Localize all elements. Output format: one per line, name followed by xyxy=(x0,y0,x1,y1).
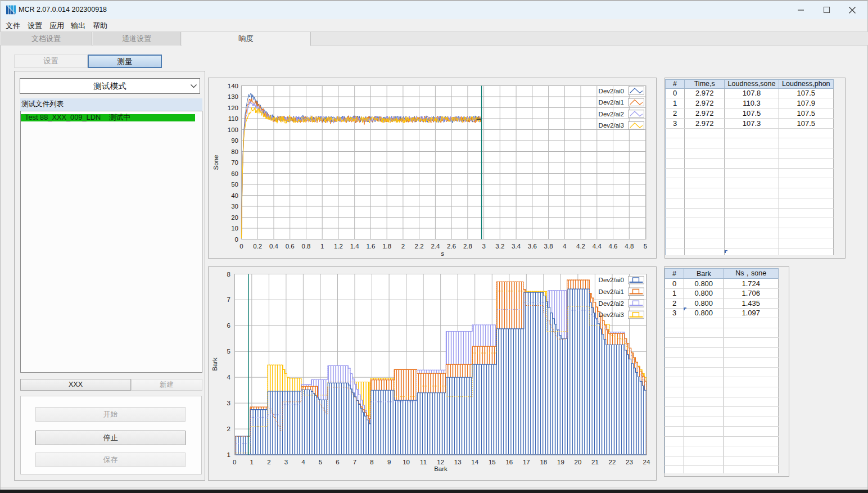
svg-text:18: 18 xyxy=(540,459,547,465)
svg-text:70: 70 xyxy=(231,159,238,166)
svg-text:Bark: Bark xyxy=(434,465,447,472)
svg-text:21: 21 xyxy=(591,459,599,465)
svg-text:3: 3 xyxy=(284,459,288,465)
svg-text:17: 17 xyxy=(523,459,530,465)
svg-text:Dev2/ai2: Dev2/ai2 xyxy=(599,111,624,117)
svg-text:12: 12 xyxy=(437,459,444,465)
svg-text:20: 20 xyxy=(575,459,582,465)
svg-text:1.4: 1.4 xyxy=(350,243,360,250)
svg-text:1: 1 xyxy=(320,243,324,250)
svg-text:1: 1 xyxy=(250,459,254,465)
svg-text:Dev2/ai1: Dev2/ai1 xyxy=(599,99,624,106)
svg-text:6: 6 xyxy=(227,322,230,329)
svg-text:Dev2/ai3: Dev2/ai3 xyxy=(599,311,624,318)
svg-text:2.6: 2.6 xyxy=(447,243,456,250)
svg-text:2.4: 2.4 xyxy=(431,243,440,250)
svg-text:10: 10 xyxy=(403,459,410,465)
svg-text:2.8: 2.8 xyxy=(463,243,472,250)
svg-text:40: 40 xyxy=(231,192,238,199)
svg-text:130: 130 xyxy=(228,93,238,100)
svg-text:5: 5 xyxy=(644,243,647,250)
svg-text:2: 2 xyxy=(227,426,230,432)
svg-text:13: 13 xyxy=(454,459,462,465)
svg-text:2: 2 xyxy=(401,243,405,250)
svg-text:1.6: 1.6 xyxy=(366,243,375,250)
svg-text:4.6: 4.6 xyxy=(609,243,618,250)
svg-text:0.2: 0.2 xyxy=(253,243,262,250)
svg-text:Dev2/ai3: Dev2/ai3 xyxy=(599,122,624,129)
svg-text:3.4: 3.4 xyxy=(512,243,521,250)
svg-text:80: 80 xyxy=(231,148,238,155)
svg-text:60: 60 xyxy=(231,170,238,177)
svg-text:4: 4 xyxy=(227,374,231,381)
svg-text:Dev2/ai0: Dev2/ai0 xyxy=(599,277,624,283)
svg-text:0.8: 0.8 xyxy=(302,243,311,250)
svg-text:1.2: 1.2 xyxy=(334,243,343,250)
svg-text:9: 9 xyxy=(387,459,391,465)
svg-text:4.4: 4.4 xyxy=(593,243,602,250)
svg-text:7: 7 xyxy=(227,296,230,303)
svg-text:3: 3 xyxy=(227,400,230,406)
svg-text:100: 100 xyxy=(228,126,238,133)
svg-text:15: 15 xyxy=(489,459,496,465)
svg-text:2.2: 2.2 xyxy=(415,243,424,250)
svg-text:20: 20 xyxy=(231,214,238,221)
svg-text:11: 11 xyxy=(420,459,427,465)
svg-text:14: 14 xyxy=(471,459,478,465)
svg-text:3.6: 3.6 xyxy=(528,243,537,250)
svg-text:Sone: Sone xyxy=(213,155,219,170)
svg-text:3.2: 3.2 xyxy=(495,243,504,250)
svg-text:0.4: 0.4 xyxy=(269,243,279,250)
svg-text:120: 120 xyxy=(228,105,238,111)
svg-text:0: 0 xyxy=(239,243,243,250)
svg-text:8: 8 xyxy=(227,271,230,278)
svg-text:24: 24 xyxy=(643,459,650,465)
svg-text:0: 0 xyxy=(233,459,236,465)
svg-text:Bark: Bark xyxy=(211,358,218,371)
svg-text:3.8: 3.8 xyxy=(544,243,553,250)
svg-text:1.8: 1.8 xyxy=(382,243,391,250)
svg-text:110: 110 xyxy=(228,115,238,122)
svg-text:10: 10 xyxy=(231,225,238,232)
svg-text:23: 23 xyxy=(626,459,633,465)
svg-text:19: 19 xyxy=(557,459,564,465)
svg-text:6: 6 xyxy=(336,459,339,465)
svg-text:s: s xyxy=(441,250,444,257)
svg-text:4: 4 xyxy=(563,243,567,250)
svg-text:1: 1 xyxy=(227,451,230,458)
svg-text:0: 0 xyxy=(235,236,238,243)
svg-text:3: 3 xyxy=(482,243,485,250)
svg-text:5: 5 xyxy=(227,348,230,355)
svg-text:5: 5 xyxy=(319,459,322,465)
svg-text:Dev2/ai0: Dev2/ai0 xyxy=(599,88,624,94)
svg-text:4: 4 xyxy=(301,459,305,465)
svg-text:140: 140 xyxy=(228,83,238,89)
svg-text:8: 8 xyxy=(370,459,373,465)
svg-text:90: 90 xyxy=(231,137,238,144)
svg-text:16: 16 xyxy=(505,459,513,465)
svg-text:Dev2/ai1: Dev2/ai1 xyxy=(599,288,624,295)
svg-text:30: 30 xyxy=(231,203,238,210)
svg-text:7: 7 xyxy=(353,459,356,465)
svg-text:4.2: 4.2 xyxy=(576,243,585,250)
svg-text:22: 22 xyxy=(609,459,616,465)
svg-text:50: 50 xyxy=(231,181,238,188)
svg-text:2: 2 xyxy=(267,459,270,465)
svg-text:Dev2/ai2: Dev2/ai2 xyxy=(599,300,624,307)
svg-text:4.8: 4.8 xyxy=(625,243,634,250)
svg-text:0.6: 0.6 xyxy=(286,243,295,250)
